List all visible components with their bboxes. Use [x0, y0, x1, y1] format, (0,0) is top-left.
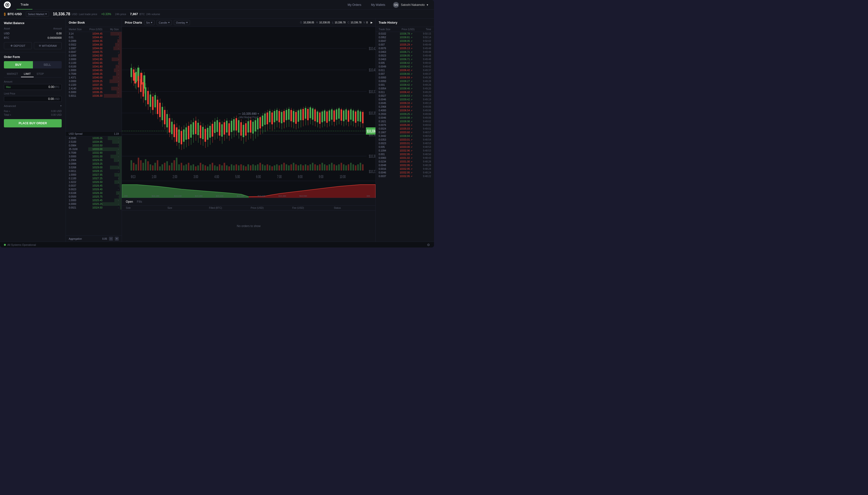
ob-bid-row[interactable]: 0.0500 10325.75 - — [66, 195, 122, 199]
user-name: Satoshi Nakamoto — [401, 3, 425, 6]
ob-bid-row[interactable]: 6.0000 10325.25 - — [66, 202, 122, 206]
ob-bid-row[interactable]: 0.0011 10328.15 - — [66, 169, 122, 173]
spread-value: 1.19 — [114, 133, 119, 135]
svg-rect-242 — [152, 166, 153, 171]
svg-rect-256 — [185, 165, 187, 171]
ob-ask-row[interactable]: 0.1000 10342.90 - — [66, 54, 122, 57]
ob-bid-row[interactable]: 0.0999 10329.25 - — [66, 162, 122, 166]
ob-ask-row[interactable]: 3.0000 10339.25 - — [66, 80, 122, 83]
oo-col-fee: Fee (USD) — [292, 207, 330, 209]
ob-ask-row[interactable]: 1.4371 10340.00 - — [66, 76, 122, 80]
withdraw-button[interactable]: ⊖ WITHDRAW — [34, 42, 62, 49]
svg-text:$10,230: $10,230 — [174, 195, 182, 197]
ob-ask-row[interactable]: 0.7599 10340.35 - — [66, 72, 122, 76]
market-select-dropdown[interactable]: Select Market ▾ — [26, 12, 49, 17]
aggregation-plus-button[interactable]: + — [115, 237, 119, 241]
ob-ask-row[interactable]: 2.0000 10342.85 - — [66, 57, 122, 61]
timeframe-selector[interactable]: 5m ▾ — [144, 20, 154, 25]
aggregation-minus-button[interactable]: − — [109, 237, 113, 241]
ob-bid-row[interactable]: 0.0023 10326.40 - — [66, 188, 122, 191]
chart-type-selector[interactable]: Candle ▾ — [157, 20, 172, 25]
deposit-button[interactable]: ⊕ DEPOSIT — [4, 42, 32, 49]
my-wallets-button[interactable]: My Wallets — [367, 2, 389, 8]
ob-bid-row[interactable]: 0.7599 10332.90 - — [66, 151, 122, 155]
ob-bid-row[interactable]: 0.1100 10327.25 - — [66, 176, 122, 180]
svg-rect-233 — [130, 160, 132, 171]
logo[interactable] — [4, 1, 11, 8]
chart-next-icon[interactable]: ▶ — [371, 21, 373, 24]
svg-rect-198 — [322, 112, 323, 122]
max-link[interactable]: Max — [6, 86, 11, 88]
svg-rect-102 — [207, 128, 209, 140]
ob-bid-row[interactable]: 3.0000 10331.00 - — [66, 155, 122, 158]
ob-bid-row[interactable]: 1.0222 10326.50 - — [66, 180, 122, 184]
th-trade-size: 0.005 — [379, 62, 392, 64]
ob-bid-row[interactable]: 0.0984 10333.50 - — [66, 144, 122, 148]
open-orders-tab-fills[interactable]: Fills — [137, 200, 142, 203]
svg-rect-112 — [219, 122, 220, 136]
ob-ask-row[interactable]: 3.14 10344.45 - — [66, 32, 122, 36]
advanced-row[interactable]: Advanced ▾ — [4, 104, 62, 107]
svg-rect-170 — [288, 109, 290, 120]
ob-ask-row[interactable]: 1.0000 10340.65 - — [66, 68, 122, 72]
svg-rect-329 — [360, 163, 361, 171]
th-trade-time: 9:48:43 — [420, 157, 431, 159]
ob-bid-row[interactable]: 1.0000 10327.95 - — [66, 173, 122, 176]
ob-bid-row[interactable]: 25.3100 10333.00 - — [66, 148, 122, 151]
ob-bid-row[interactable]: 1.2904 10329.35 - — [66, 158, 122, 162]
trade-history-row: 0.0952 10338.81 ↗ 9:50:14 — [376, 36, 434, 39]
settings-icon[interactable]: ⚙ — [427, 243, 430, 247]
svg-rect-166 — [283, 111, 285, 122]
user-profile[interactable]: SN Satoshi Nakamoto ▾ — [391, 1, 430, 9]
ob-bid-row[interactable]: 1.0000 10325.45 - — [66, 199, 122, 202]
open-orders-tab-open[interactable]: Open — [126, 200, 133, 203]
limit-price-group: Limit Price USD — [4, 92, 62, 102]
ob-ask-row[interactable]: 0.5922 10344.30 - — [66, 43, 122, 47]
ob-ask-row[interactable]: 0.1100 10342.65 - — [66, 61, 122, 65]
ob-ask-row[interactable]: 0.0047 10343.75 - — [66, 50, 122, 54]
ob-bid-row[interactable]: 3.0268 10329.00 - — [66, 166, 122, 169]
ob-ask-row[interactable]: 5.6011 10336.30 - — [66, 94, 122, 98]
th-trade-size: 0.0353 — [379, 138, 392, 141]
svg-rect-122 — [231, 121, 232, 132]
ob-ask-row[interactable]: 0.2999 10344.35 - — [66, 39, 122, 43]
trade-history-row: 0.007 10338.66 ↗ 9:49:37 — [376, 72, 434, 76]
ob-bid-row[interactable]: 2.5100 10334.95 - — [66, 140, 122, 144]
svg-rect-293 — [274, 166, 275, 171]
ob-bid-row[interactable]: 0.0021 10324.50 - — [66, 206, 122, 209]
buy-tab[interactable]: BUY — [4, 61, 33, 68]
amount-input[interactable] — [12, 85, 54, 89]
svg-rect-265 — [207, 166, 209, 171]
svg-rect-276 — [233, 166, 234, 171]
ob-bid-row[interactable]: 4.0045 10335.05 - — [66, 136, 122, 140]
aggregation-label: Aggregation — [69, 238, 82, 240]
ob-bid-row[interactable]: 0.6168 10326.30 - — [66, 191, 122, 195]
overlay-selector[interactable]: Overlay ▾ — [174, 20, 190, 25]
limit-price-input[interactable] — [6, 97, 54, 101]
ob-ask-row[interactable]: 0.6100 10341.80 - — [66, 65, 122, 68]
th-trade-time: 9:49:02 — [420, 120, 431, 123]
market-tab[interactable]: MARKET — [4, 71, 21, 77]
stop-tab[interactable]: STOP — [34, 71, 47, 77]
ob-ask-row[interactable]: 2.4140 10336.55 - — [66, 87, 122, 90]
app-container: Trade My Orders My Wallets SN Satoshi Na… — [0, 0, 434, 248]
th-trade-size: 0.0046 — [379, 171, 392, 174]
status-bar: All Systems Operational ⚙ — [0, 242, 434, 248]
sell-tab[interactable]: SELL — [33, 61, 62, 68]
ob-ask-row[interactable]: 0.01 10344.40 - — [66, 36, 122, 39]
limit-tab[interactable]: LIMIT — [21, 71, 34, 77]
place-order-button[interactable]: PLACE BUY ORDER — [4, 119, 62, 127]
svg-rect-186 — [307, 109, 309, 120]
ob-ask-row[interactable]: 0.1320 10337.35 - — [66, 83, 122, 87]
th-trade-time: 9:48:53 — [420, 142, 431, 145]
svg-rect-212 — [338, 108, 340, 119]
nav-tab-trade[interactable]: Trade — [17, 0, 32, 10]
ob-ask-row[interactable]: 0.3000 10336.35 - — [66, 90, 122, 94]
ob-ask-row[interactable]: 1.0087 10344.00 - — [66, 47, 122, 50]
svg-rect-62 — [159, 103, 161, 117]
ob-bid-row[interactable]: 0.0037 10326.45 - — [66, 184, 122, 188]
order-type-tabs: MARKET LIMIT STOP — [4, 71, 62, 78]
th-trade-time: 9:50:02 — [420, 40, 431, 42]
order-book-aggregation: Aggregation 0.05 − + — [66, 236, 122, 242]
my-orders-button[interactable]: My Orders — [344, 2, 365, 8]
